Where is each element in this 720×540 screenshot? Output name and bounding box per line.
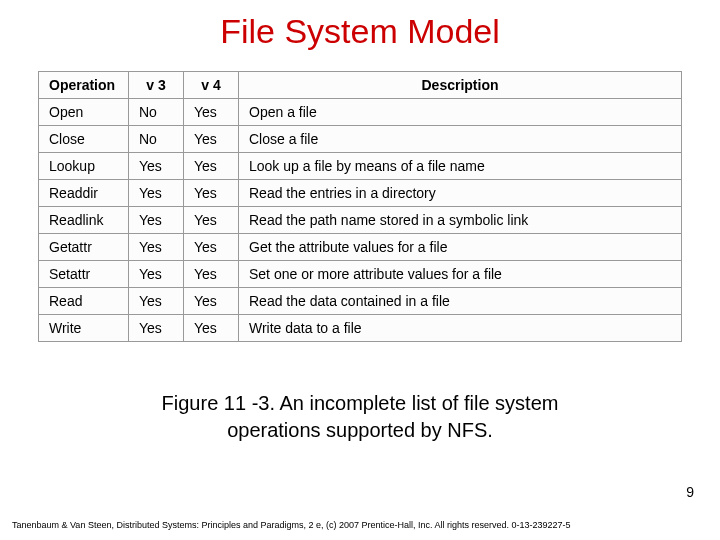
cell-v3: Yes [129, 207, 184, 234]
cell-v3: No [129, 99, 184, 126]
cell-operation: Getattr [39, 234, 129, 261]
header-description: Description [239, 72, 682, 99]
header-v4: v 4 [184, 72, 239, 99]
cell-v4: Yes [184, 234, 239, 261]
cell-operation: Readdir [39, 180, 129, 207]
table-header-row: Operation v 3 v 4 Description [39, 72, 682, 99]
cell-description: Look up a file by means of a file name [239, 153, 682, 180]
cell-operation: Read [39, 288, 129, 315]
table-row: ReaddirYesYesRead the entries in a direc… [39, 180, 682, 207]
table-row: ReadlinkYesYesRead the path name stored … [39, 207, 682, 234]
cell-operation: Readlink [39, 207, 129, 234]
cell-v4: Yes [184, 180, 239, 207]
cell-v3: Yes [129, 261, 184, 288]
cell-description: Read the path name stored in a symbolic … [239, 207, 682, 234]
caption-line-2: operations supported by NFS. [227, 419, 493, 441]
cell-v3: Yes [129, 180, 184, 207]
cell-description: Write data to a file [239, 315, 682, 342]
cell-v4: Yes [184, 261, 239, 288]
cell-description: Close a file [239, 126, 682, 153]
cell-v4: Yes [184, 288, 239, 315]
cell-v3: Yes [129, 315, 184, 342]
table-row: LookupYesYesLook up a file by means of a… [39, 153, 682, 180]
cell-description: Read the entries in a directory [239, 180, 682, 207]
caption-line-1: Figure 11 -3. An incomplete list of file… [162, 392, 559, 414]
header-v3: v 3 [129, 72, 184, 99]
cell-v4: Yes [184, 315, 239, 342]
table-container: Operation v 3 v 4 Description OpenNoYesO… [0, 71, 720, 342]
cell-description: Get the attribute values for a file [239, 234, 682, 261]
cell-v3: Yes [129, 153, 184, 180]
cell-v3: No [129, 126, 184, 153]
cell-operation: Open [39, 99, 129, 126]
table-row: GetattrYesYesGet the attribute values fo… [39, 234, 682, 261]
footer-citation: Tanenbaum & Van Steen, Distributed Syste… [12, 520, 571, 530]
cell-description: Read the data contained in a file [239, 288, 682, 315]
header-operation: Operation [39, 72, 129, 99]
cell-v4: Yes [184, 207, 239, 234]
cell-operation: Close [39, 126, 129, 153]
table-row: ReadYesYesRead the data contained in a f… [39, 288, 682, 315]
cell-description: Open a file [239, 99, 682, 126]
cell-description: Set one or more attribute values for a f… [239, 261, 682, 288]
table-row: CloseNoYesClose a file [39, 126, 682, 153]
page-number: 9 [686, 484, 694, 500]
cell-v3: Yes [129, 234, 184, 261]
cell-v4: Yes [184, 99, 239, 126]
cell-operation: Setattr [39, 261, 129, 288]
page-title: File System Model [0, 0, 720, 71]
cell-v4: Yes [184, 153, 239, 180]
cell-operation: Lookup [39, 153, 129, 180]
cell-operation: Write [39, 315, 129, 342]
table-row: WriteYesYesWrite data to a file [39, 315, 682, 342]
cell-v4: Yes [184, 126, 239, 153]
table-row: OpenNoYesOpen a file [39, 99, 682, 126]
figure-caption: Figure 11 -3. An incomplete list of file… [0, 390, 720, 444]
table-row: SetattrYesYesSet one or more attribute v… [39, 261, 682, 288]
cell-v3: Yes [129, 288, 184, 315]
operations-table: Operation v 3 v 4 Description OpenNoYesO… [38, 71, 682, 342]
